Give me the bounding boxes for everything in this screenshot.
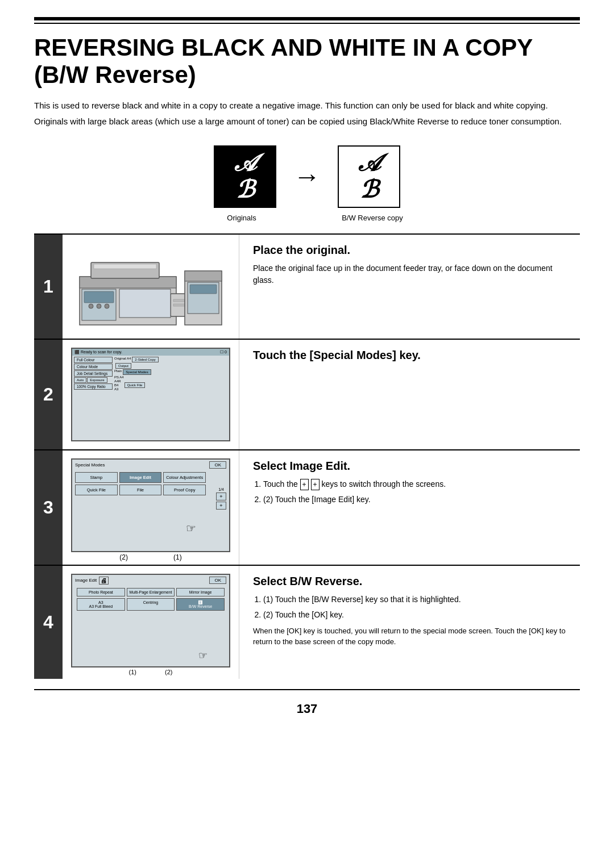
s3-grid: Stamp Image Edit Colour Adjustments Quic… bbox=[72, 470, 209, 497]
s2-quickfile: Quick File bbox=[125, 382, 146, 388]
originals-box: 𝒜 ℬ bbox=[214, 145, 276, 208]
s2-a4r: A4R bbox=[114, 379, 121, 383]
step-3-number: 3 bbox=[34, 450, 63, 565]
intro-para1: This is used to reverse black and white … bbox=[34, 99, 580, 112]
step-2-content: Touch the [Special Modes] key. bbox=[239, 340, 580, 449]
s3-colour-adj[interactable]: Colour Adjustments bbox=[163, 472, 206, 483]
s3-fraction: 1/4 bbox=[218, 487, 224, 491]
s2-colourmode: Colour Mode bbox=[74, 364, 113, 370]
s3-quick-file[interactable]: Quick File bbox=[75, 485, 118, 495]
screen2-header: ⬛ Ready to scan for copy. ☐ 0 bbox=[72, 349, 229, 356]
step4-label1: (1) bbox=[129, 669, 136, 675]
s4-centring[interactable]: Centring bbox=[127, 598, 175, 611]
s3-nav-down[interactable]: + bbox=[216, 502, 226, 510]
step-4-image: Image Edit 🖨 OK Photo Repeat Multi-Page … bbox=[63, 566, 239, 679]
step-2-image: ⬛ Ready to scan for copy. ☐ 0 Full Colou… bbox=[63, 340, 239, 449]
finger2-icon: ☞ bbox=[198, 649, 208, 662]
svg-point-9 bbox=[89, 304, 93, 308]
s3-proof-copy[interactable]: Proof Copy bbox=[163, 485, 206, 495]
step3-sub2: (2) Touch the [Image Edit] key. bbox=[263, 494, 569, 506]
s3-stamp[interactable]: Stamp bbox=[75, 472, 118, 483]
step-1-image bbox=[63, 235, 239, 339]
step-2-title: Touch the [Special Modes] key. bbox=[253, 349, 569, 362]
step-4-row: 4 Image Edit 🖨 OK Photo Repeat Multi-Pag… bbox=[34, 565, 580, 679]
finger-icon: ☞ bbox=[186, 521, 196, 535]
step3-sub1: Touch the + + keys to switch through the… bbox=[263, 478, 569, 490]
step4-sub1: (1) Touch the [B/W Reverse] key so that … bbox=[263, 594, 569, 606]
s4-ok-btn[interactable]: OK bbox=[209, 577, 226, 584]
s2-original: Original A4 bbox=[114, 357, 131, 362]
top-border bbox=[34, 17, 580, 24]
full-bleed-text: A3 Full Bleed bbox=[89, 604, 113, 608]
arrow-icon: → bbox=[293, 161, 321, 192]
step-4-content: Select B/W Reverse. (1) Touch the [B/W R… bbox=[239, 566, 580, 679]
step-3-sub-labels: (2) (1) bbox=[102, 552, 198, 562]
page-wrapper: REVERSING BLACK AND WHITE IN A COPY (B/W… bbox=[0, 0, 614, 868]
screen-2-sim: ⬛ Ready to scan for copy. ☐ 0 Full Colou… bbox=[71, 348, 230, 441]
bw-diagram: 𝒜 ℬ → 𝒜 ℬ bbox=[34, 145, 580, 208]
s3-nav-up[interactable]: + bbox=[216, 493, 226, 500]
copier-illustration bbox=[74, 243, 227, 331]
originals-label: Originals bbox=[210, 214, 273, 222]
s2-ratio: 100% Copy Ratio bbox=[74, 383, 113, 390]
step4-label2: (2) bbox=[165, 669, 172, 675]
page-title: REVERSING BLACK AND WHITE IN A COPY (B/W… bbox=[34, 34, 580, 89]
step-3-row: 3 Special Modes OK Stamp Image Edit Colo… bbox=[34, 449, 580, 565]
bottom-border bbox=[34, 689, 580, 690]
page-number: 137 bbox=[34, 702, 580, 716]
s4-grid: Photo Repeat Multi-Page Enlargement Mirr… bbox=[72, 586, 229, 612]
step4-note: When the [OK] key is touched, you will r… bbox=[253, 625, 569, 648]
step-3-desc: Touch the + + keys to switch through the… bbox=[253, 478, 569, 506]
s2-auto: Auto bbox=[74, 377, 86, 383]
bw-reverse-icon: 🅱 bbox=[198, 600, 202, 604]
s4-multi-page[interactable]: Multi-Page Enlargement bbox=[127, 588, 175, 596]
step-1-content: Place the original. Place the original f… bbox=[239, 235, 580, 339]
screen-4-sim: Image Edit 🖨 OK Photo Repeat Multi-Page … bbox=[71, 574, 230, 667]
step-2-number: 2 bbox=[34, 340, 63, 449]
s3-file[interactable]: File bbox=[119, 485, 162, 495]
svg-rect-3 bbox=[94, 264, 156, 269]
bw-diagram-labels: Originals B/W Reverse copy bbox=[34, 214, 580, 222]
s2-fullcolour: Full Colour bbox=[74, 357, 113, 363]
s2-a3: A3 bbox=[114, 387, 121, 391]
step-4-desc: (1) Touch the [B/W Reverse] key so that … bbox=[253, 594, 569, 648]
s3-title: Special Modes bbox=[75, 462, 105, 468]
step-3-title: Select Image Edit. bbox=[253, 460, 569, 473]
step3-label2: (2) bbox=[119, 553, 128, 561]
step-4-title: Select B/W Reverse. bbox=[253, 575, 569, 588]
step-3-content: Select Image Edit. Touch the + + keys to… bbox=[239, 450, 580, 565]
s2-b4: B4 bbox=[114, 383, 121, 387]
copy-label: B/W Reverse copy bbox=[341, 214, 404, 222]
s2-twosided: 2-Sided Copy bbox=[132, 357, 158, 362]
s2-plain: Plain bbox=[114, 369, 122, 375]
s4-bw-reverse[interactable]: 🅱 B/W Reverse bbox=[176, 598, 225, 611]
step-1-desc: Place the original face up in the docume… bbox=[253, 262, 569, 286]
s3-image-edit[interactable]: Image Edit bbox=[119, 472, 162, 483]
svg-point-10 bbox=[97, 304, 101, 308]
svg-rect-16 bbox=[190, 285, 217, 294]
svg-rect-14 bbox=[185, 271, 222, 281]
svg-rect-8 bbox=[84, 291, 114, 303]
svg-rect-12 bbox=[119, 289, 171, 318]
s2-exposure: Exposure bbox=[87, 377, 107, 383]
s2-specialmodes[interactable]: Special Modes bbox=[123, 369, 151, 375]
intro-para2: Originals with large black areas (which … bbox=[34, 115, 580, 128]
s4-title: Image Edit bbox=[75, 578, 97, 583]
step3-label1: (1) bbox=[173, 553, 182, 561]
step-4-sub-labels: (1) (2) bbox=[118, 667, 184, 677]
s4-a3-full-bleed[interactable]: A3 A3 Full Bleed bbox=[77, 598, 125, 611]
s2-jobdetail: Job Detail Settings bbox=[74, 370, 113, 377]
step-1-number: 1 bbox=[34, 235, 63, 339]
step-2-row: 2 ⬛ Ready to scan for copy. ☐ 0 Full Col… bbox=[34, 339, 580, 449]
step-1-row: 1 bbox=[34, 233, 580, 339]
s4-mirror-image[interactable]: Mirror Image bbox=[176, 588, 225, 596]
s2-output: Output bbox=[115, 363, 131, 369]
step-4-number: 4 bbox=[34, 566, 63, 679]
screen-3-sim: Special Modes OK Stamp Image Edit Colour… bbox=[71, 458, 230, 552]
screen2-status: ⬛ Ready to scan for copy. bbox=[74, 350, 122, 354]
s4-photo-repeat[interactable]: Photo Repeat bbox=[77, 588, 125, 596]
s3-nav: 1/4 + + bbox=[216, 487, 226, 510]
s4-icon: 🖨 bbox=[99, 577, 109, 585]
step4-sub2: (2) Touch the [OK] key. bbox=[263, 609, 569, 621]
s3-ok-btn[interactable]: OK bbox=[209, 461, 226, 469]
